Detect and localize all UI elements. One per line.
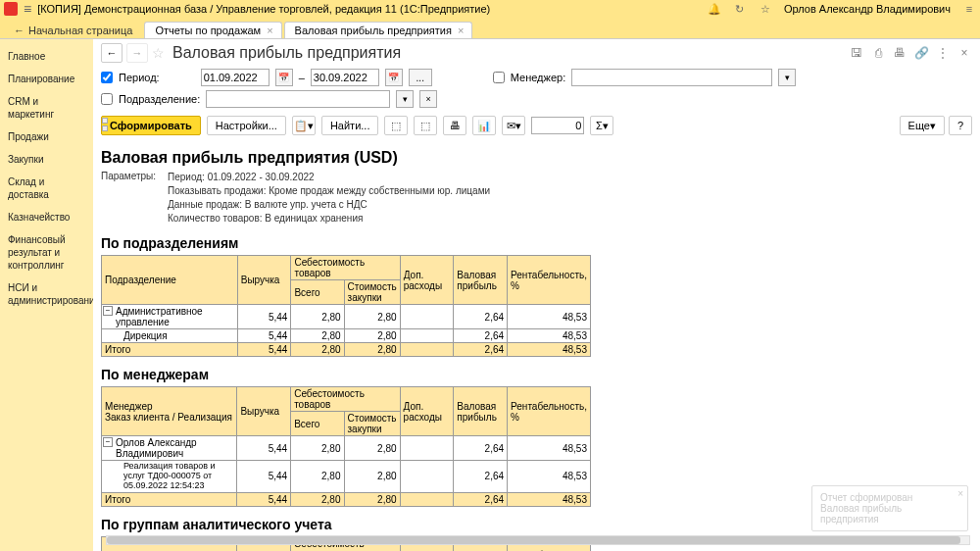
- sidebar-item[interactable]: Финансовый результат и контроллинг: [0, 228, 93, 276]
- app-logo-icon: [4, 2, 18, 16]
- settings-button[interactable]: Настройки...: [207, 116, 286, 135]
- tab-label: Валовая прибыль предприятия: [295, 25, 452, 36]
- sidebar-item[interactable]: Казначейство: [0, 206, 93, 228]
- page-title: Валовая прибыль предприятия: [172, 44, 401, 62]
- more-button[interactable]: Еще ▾: [900, 116, 945, 135]
- params-label: Параметры:: [101, 171, 160, 225]
- manager-label: Менеджер:: [511, 72, 565, 83]
- report-title: Валовая прибыль предприятия (USD): [101, 149, 972, 167]
- param-line: Количество товаров: В единицах хранения: [168, 212, 490, 225]
- sidebar-item[interactable]: Планирование: [0, 68, 93, 90]
- table-row: Дирекция5,442,802,802,6448,53: [102, 329, 591, 343]
- home-icon: ←: [14, 25, 24, 36]
- table-row: Реализация товаров и услуг ТД00-000075 о…: [102, 461, 591, 493]
- more-icon[interactable]: ⋮: [935, 45, 951, 61]
- sidebar-item[interactable]: Закупки: [0, 148, 93, 171]
- clear-icon[interactable]: ×: [419, 90, 437, 108]
- generate-button[interactable]: Сформировать: [101, 116, 201, 135]
- table-row: −Административное управление5,442,802,80…: [102, 305, 591, 329]
- home-tab-label: Начальная страница: [28, 25, 132, 36]
- tabs-bar: ← Начальная страница Отчеты по продажам …: [0, 18, 980, 39]
- star-icon[interactable]: ☆: [759, 2, 772, 16]
- period-checkbox[interactable]: [101, 72, 113, 83]
- tab-gross-profit[interactable]: Валовая прибыль предприятия ×: [284, 22, 473, 38]
- expand-button[interactable]: ⬚: [384, 116, 408, 135]
- title-bar: ≡ [КОПИЯ] Демонстрационная база / Управл…: [0, 0, 980, 18]
- menu-icon[interactable]: ≡: [24, 1, 31, 17]
- save-icon[interactable]: 🖫: [849, 45, 864, 61]
- close-icon[interactable]: ×: [265, 25, 274, 36]
- main-area: ← → ☆ Валовая прибыль предприятия 🖫 ⎙ 🖶 …: [93, 39, 980, 551]
- manager-select[interactable]: [571, 69, 772, 86]
- sidebar-item[interactable]: Главное: [0, 45, 93, 68]
- window-title: [КОПИЯ] Демонстрационная база / Управлен…: [37, 3, 490, 15]
- sum-button[interactable]: Σ▾: [590, 116, 613, 135]
- horizontal-scrollbar[interactable]: [106, 535, 970, 545]
- filter-row-2: Подразделение: ▾ ×: [93, 88, 980, 110]
- calendar-icon[interactable]: 📅: [275, 69, 293, 86]
- collapse-button[interactable]: ⬚: [414, 116, 437, 135]
- sidebar: Главное Планирование CRM и маркетинг Про…: [0, 39, 93, 551]
- collapse-sidebar-handle[interactable]: [102, 118, 110, 141]
- home-tab[interactable]: ← Начальная страница: [4, 23, 142, 38]
- section-title: По подразделениям: [101, 235, 972, 251]
- print-preview-icon[interactable]: ⎙: [870, 45, 886, 61]
- date-from-input[interactable]: [201, 69, 270, 86]
- sidebar-item[interactable]: CRM и маркетинг: [0, 90, 93, 125]
- print-button[interactable]: 🖶: [443, 116, 466, 135]
- decimals-input[interactable]: [531, 117, 584, 134]
- table-total-row: Итого5,442,802,802,6448,53: [102, 343, 591, 357]
- podrazd-checkbox[interactable]: [101, 93, 113, 105]
- table-podrazd: ПодразделениеВыручкаСебестоимость товаро…: [101, 255, 591, 357]
- link-icon[interactable]: 🔗: [913, 45, 929, 61]
- dropdown-icon[interactable]: ▾: [396, 90, 414, 108]
- variants-button[interactable]: 📋▾: [292, 116, 316, 135]
- report-params: Параметры: Период: 01.09.2022 - 30.09.20…: [101, 171, 972, 225]
- param-line: Показывать продажи: Кроме продаж между с…: [168, 184, 490, 198]
- page-header: ← → ☆ Валовая прибыль предприятия 🖫 ⎙ 🖶 …: [93, 39, 980, 67]
- chart-button[interactable]: 📊: [472, 116, 496, 135]
- calendar-icon[interactable]: 📅: [385, 69, 403, 86]
- dash: –: [299, 72, 305, 83]
- help-button[interactable]: ?: [949, 116, 972, 135]
- param-line: Данные продаж: В валюте упр. учета с НДС: [168, 198, 490, 212]
- toast-notification: × Отчет сформирован Валовая прибыль пред…: [811, 485, 968, 531]
- toast-text: Валовая прибыль предприятия: [820, 503, 959, 525]
- table-manager: МенеджерЗаказ клиента / РеализацияВыручк…: [101, 386, 591, 507]
- section-title: По менеджерам: [101, 367, 972, 382]
- podrazd-select[interactable]: [206, 90, 390, 108]
- filter-row-1: Период: 📅 – 📅 ... Менеджер: ▾: [93, 67, 980, 88]
- manager-checkbox[interactable]: [493, 72, 505, 83]
- close-page-icon[interactable]: ×: [956, 45, 972, 61]
- sidebar-item[interactable]: НСИ и администрирование: [0, 276, 93, 312]
- mail-button[interactable]: ✉▾: [502, 116, 525, 135]
- close-icon[interactable]: ×: [456, 25, 466, 36]
- table-total-row: Итого5,442,802,802,6448,53: [102, 492, 591, 506]
- sidebar-item[interactable]: Продажи: [0, 125, 93, 148]
- toast-title: Отчет сформирован: [820, 492, 959, 503]
- sidebar-item[interactable]: Склад и доставка: [0, 171, 93, 206]
- back-button[interactable]: ←: [101, 43, 122, 63]
- param-line: Период: 01.09.2022 - 30.09.2022: [168, 171, 490, 184]
- toolbar: Сформировать Настройки... 📋▾ Найти... ⬚ …: [93, 112, 980, 139]
- tab-reports[interactable]: Отчеты по продажам ×: [144, 22, 281, 38]
- tab-label: Отчеты по продажам: [155, 25, 261, 36]
- dropdown-icon[interactable]: ▾: [778, 69, 796, 86]
- close-icon[interactable]: ×: [957, 488, 963, 499]
- settings-icon[interactable]: ≡: [962, 2, 976, 16]
- date-to-input[interactable]: [311, 69, 379, 86]
- period-label: Период:: [119, 72, 160, 83]
- user-name[interactable]: Орлов Александр Владимирович: [784, 3, 951, 15]
- bell-icon[interactable]: 🔔: [708, 2, 721, 16]
- tree-toggle[interactable]: −: [103, 437, 113, 447]
- forward-button[interactable]: →: [126, 43, 148, 63]
- favorite-icon[interactable]: ☆: [152, 45, 165, 61]
- find-button[interactable]: Найти...: [321, 116, 379, 135]
- period-more-button[interactable]: ...: [409, 69, 432, 86]
- tree-toggle[interactable]: −: [103, 306, 113, 316]
- table-row: −Орлов Александр Владимирович5,442,802,8…: [102, 436, 591, 461]
- print-icon[interactable]: 🖶: [892, 45, 907, 61]
- podrazd-label: Подразделение:: [119, 93, 200, 105]
- history-icon[interactable]: ↻: [733, 2, 747, 16]
